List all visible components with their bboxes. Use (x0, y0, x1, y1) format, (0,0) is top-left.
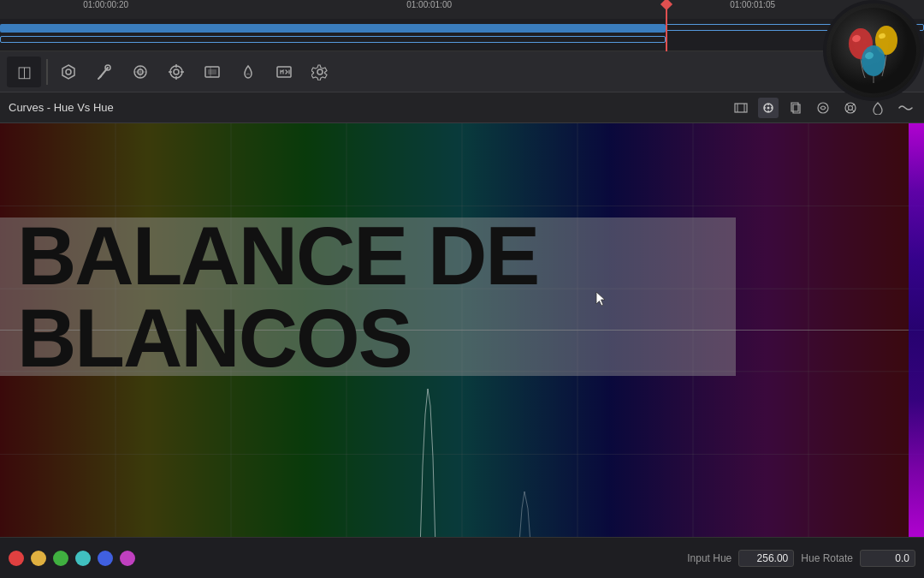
hue-side-strip (909, 123, 924, 537)
tracker-icon (168, 63, 185, 80)
main-curve-area[interactable]: BALANCE DE BLANCOS (0, 123, 924, 537)
hue-rotate-label: Hue Rotate (801, 552, 853, 564)
raw-icon (275, 63, 293, 80)
svg-rect-16 (208, 69, 216, 74)
svg-point-53 (862, 45, 886, 76)
bottom-status-bar: Input Hue Hue Rotate (0, 537, 924, 578)
track-bar-tertiary[interactable] (0, 36, 666, 43)
green-dot[interactable] (53, 551, 68, 566)
nodes-btn[interactable] (840, 98, 861, 118)
hue-rotate-value[interactable] (860, 550, 915, 567)
svg-point-10 (174, 69, 179, 74)
raw-tool-btn[interactable] (269, 57, 299, 87)
logo-circle (826, 3, 921, 98)
yellow-dot[interactable] (31, 551, 46, 566)
wave-icon (897, 101, 913, 115)
cyan-dot[interactable] (75, 551, 91, 566)
svg-point-19 (317, 69, 323, 74)
magic-mask-tool-btn[interactable] (197, 57, 228, 87)
magic-mask-icon (204, 63, 221, 80)
svg-rect-20 (735, 104, 747, 112)
window-icon (132, 63, 149, 80)
title-text: BALANCE DE BLANCOS (17, 215, 736, 379)
timeline-ruler: 01:00:00:20 01:00:01:00 01:00:01:05 (0, 0, 924, 19)
input-hue-value[interactable] (738, 550, 794, 567)
reset-btn[interactable] (758, 98, 779, 118)
settings-icon (311, 63, 329, 80)
svg-line-4 (98, 76, 101, 79)
reset-icon (761, 101, 775, 115)
copy-btn[interactable] (785, 98, 806, 118)
expand-icon (734, 101, 748, 115)
eyedropper-icon (97, 63, 112, 80)
time-marker-2: 01:00:01:00 (406, 0, 452, 9)
qualifier-tool-btn[interactable] (53, 57, 84, 87)
wave-btn[interactable] (895, 98, 915, 118)
eyedropper-tool-btn[interactable] (89, 57, 120, 87)
svg-point-1 (66, 69, 71, 74)
panel-title-row: Curves - Hue Vs Hue (0, 92, 924, 123)
paste-icon (816, 101, 830, 115)
red-dot[interactable] (9, 551, 24, 566)
copy-icon (789, 101, 803, 115)
panel-icons (731, 98, 915, 118)
blur-icon (240, 63, 257, 80)
svg-marker-0 (62, 65, 74, 79)
tracker-tool-btn[interactable] (161, 57, 192, 87)
left-panel-icon: ◫ (7, 57, 41, 87)
panel-title: Curves - Hue Vs Hue (9, 101, 722, 114)
magenta-dot[interactable] (120, 551, 135, 566)
svg-point-29 (818, 103, 828, 113)
time-marker-1: 01:00:00:20 (83, 0, 128, 9)
blur-tool-btn[interactable] (233, 57, 264, 87)
track-bar-primary[interactable] (0, 24, 666, 33)
expand-panel-btn[interactable] (731, 98, 751, 118)
logo-svg (831, 8, 916, 93)
blue-dot[interactable] (98, 551, 113, 566)
drop-icon (872, 101, 884, 115)
window-tool-btn[interactable] (125, 57, 156, 87)
davinci-logo (823, 0, 924, 101)
input-hue-label: Input Hue (687, 552, 732, 564)
nodes-icon (844, 101, 857, 115)
toolbar-row: ◫ (0, 51, 924, 92)
time-marker-3: 01:00:01:05 (730, 0, 775, 9)
toolbar-divider-1 (46, 59, 48, 85)
svg-point-31 (849, 105, 853, 110)
timeline-area: 01:00:00:20 01:00:01:00 01:00:01:05 (0, 0, 924, 51)
svg-point-9 (170, 66, 182, 78)
hexagon-icon (60, 63, 77, 80)
paste-btn[interactable] (813, 98, 833, 118)
playhead[interactable] (666, 0, 667, 51)
left-icon-glyph: ◫ (17, 63, 32, 81)
settings-tool-btn[interactable] (305, 57, 335, 87)
svg-point-24 (767, 106, 770, 109)
title-overlay: BALANCE DE BLANCOS (0, 217, 736, 376)
